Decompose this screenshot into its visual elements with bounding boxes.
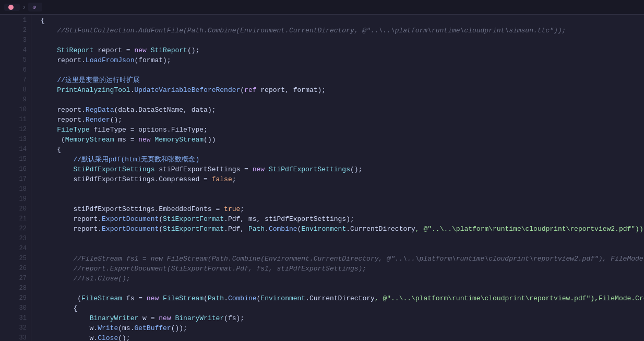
token: Write (98, 323, 118, 333)
token: EmbeddedFonts (159, 204, 211, 214)
code-line: w.Write(ms.GetBuffer()); (40, 323, 644, 333)
token: report (41, 115, 81, 125)
code-line: PrintAnalyzingTool.UpdateVariableBeforeR… (40, 85, 644, 95)
code-line: report.ExportDocument(StiExportFormat.Pd… (40, 214, 644, 224)
token: report (41, 224, 98, 234)
token: Compressed (159, 174, 199, 184)
token (41, 274, 73, 284)
token: CurrentDirectory (350, 224, 415, 234)
token: ()); (171, 323, 187, 333)
code-line: //report.ExportDocument(StiExportFormat.… (40, 264, 644, 274)
token: . (265, 224, 269, 234)
token: (format); (134, 55, 171, 65)
line-number: 32 (12, 323, 27, 333)
line-number: 24 (12, 244, 27, 254)
code-line: //FileStream fs1 = new FileStream(Path.C… (40, 254, 644, 264)
token: report (41, 214, 98, 224)
line-number: 23 (12, 234, 27, 244)
token (41, 264, 73, 274)
top-bar: › ⊕ (0, 0, 644, 15)
token: Pdf (228, 224, 240, 234)
token: MemoryStream (65, 135, 114, 145)
token: BinaryWriter (90, 313, 139, 323)
token: , @"..\..\platform\runtime\cloudprint\re… (375, 293, 644, 303)
token: ; (204, 125, 208, 135)
method-segment[interactable]: ⊕ (28, 3, 42, 11)
token: (); (110, 115, 122, 125)
token: Path (248, 224, 265, 234)
token: stiPdfExportSettings (41, 204, 154, 214)
line-number: 14 (12, 145, 27, 155)
token: Environment (301, 224, 346, 234)
line-number: 29 (12, 293, 27, 303)
token: . (81, 115, 86, 125)
token: new (134, 45, 146, 55)
token: (); (118, 333, 130, 341)
code-line (40, 36, 644, 45)
token: PrintAnalyzingTool (41, 85, 130, 95)
code-line (40, 244, 644, 254)
code-line: //StiFontCollection.AddFontFile(Path.Com… (40, 26, 644, 36)
token: , @"..\..\platform\runtime\cloudprint\re… (415, 224, 644, 234)
token: fs = (122, 293, 147, 303)
line-number: 13 (12, 135, 27, 145)
line-number: 1 (12, 16, 27, 26)
token: ()) (204, 135, 216, 145)
line-number: 6 (12, 65, 27, 75)
token: true (224, 204, 240, 214)
token: . (224, 293, 228, 303)
token: (); (187, 45, 199, 55)
code-line (40, 95, 644, 105)
token: . (98, 224, 102, 234)
line-gutter: 1234567891011121314151617181920212223242… (0, 15, 31, 341)
token: MemoryStream (154, 135, 204, 145)
token: . (130, 85, 135, 95)
line-number: 7 (12, 75, 27, 85)
token: (fs); (224, 313, 244, 323)
token: UpdateVariableBeforeRender (134, 85, 240, 95)
code-area[interactable]: { //StiFontCollection.AddFontFile(Path.C… (31, 15, 644, 341)
code-line: //fs1.Close(); (40, 274, 644, 284)
code-line: stiPdfExportSettings.EmbeddedFonts = tru… (40, 204, 644, 214)
code-line: w.Close(); (40, 333, 644, 341)
token: CurrentDirectory (309, 293, 375, 303)
token: StiPdfExportSettings (73, 164, 154, 174)
token: . (81, 55, 86, 65)
line-numbers: 1234567891011121314151617181920212223242… (12, 15, 27, 341)
token: w = (138, 313, 159, 323)
token: , ms, stiPdfExportSettings); (240, 214, 354, 224)
token: . (305, 293, 309, 303)
token: w. (41, 333, 98, 341)
code-line: { (40, 145, 644, 155)
code-line: (FileStream fs = new FileStream(Path.Com… (40, 293, 644, 303)
token: Close (98, 333, 118, 341)
token (41, 125, 57, 135)
token: (ms. (118, 323, 134, 333)
token: = (212, 204, 224, 214)
code-line (40, 65, 644, 75)
code-line: report.LoadFromJson(format); (40, 55, 644, 65)
code-line: { (40, 16, 644, 26)
token: StiExportFormat (163, 224, 224, 234)
code-line (40, 184, 644, 194)
token: //StiFontCollection.AddFontFile(Path.Com… (41, 26, 566, 36)
token: LoadFromJson (86, 55, 135, 65)
token: ExportDocument (102, 214, 159, 224)
line-number: 4 (12, 45, 27, 55)
code-line: report.ExportDocument(StiExportFormat.Pd… (40, 224, 644, 234)
token: ref (244, 85, 256, 95)
token: (data. (114, 105, 138, 115)
token: Combine (228, 293, 257, 303)
line-number: 18 (12, 184, 27, 194)
line-number: 15 (12, 155, 27, 164)
token: = (199, 174, 211, 184)
token: ( (73, 293, 81, 303)
line-number: 28 (12, 284, 27, 293)
token: report, format); (257, 85, 326, 95)
code-line: //默认采用pdf(html无页数和张数概念) (40, 155, 644, 164)
code-line (40, 284, 644, 293)
line-number: 3 (12, 36, 27, 45)
editor-container: 1234567891011121314151617181920212223242… (0, 15, 644, 341)
token: ; (232, 174, 236, 184)
file-path-segment[interactable] (4, 4, 20, 11)
